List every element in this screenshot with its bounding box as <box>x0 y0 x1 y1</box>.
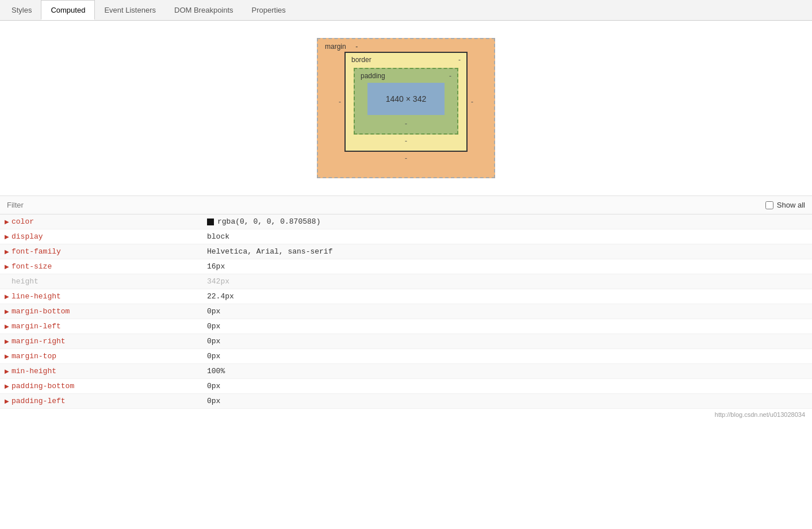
prop-arrow-font-family[interactable]: ▶ <box>2 248 12 255</box>
prop-row: ▶padding-left0px <box>0 394 812 409</box>
prop-row: height342px <box>0 274 812 289</box>
margin-box: margin - - border - padding - 1440 × 342… <box>317 38 495 178</box>
tab-event-listeners[interactable]: Event Listeners <box>95 1 165 21</box>
prop-value-min-height: 100% <box>207 367 225 375</box>
tab-bar: Styles Computed Event Listeners DOM Brea… <box>0 0 812 21</box>
prop-value-height: 342px <box>207 277 229 286</box>
margin-right-label: - <box>468 98 477 106</box>
prop-name-font-family: font-family <box>12 247 207 256</box>
properties-list: ▶colorrgba(0, 0, 0, 0.870588)▶displayblo… <box>0 214 812 409</box>
tab-dom-breakpoints[interactable]: DOM Breakpoints <box>165 1 243 21</box>
padding-bottom-label: - <box>363 120 449 128</box>
prop-row: ▶line-height22.4px <box>0 289 812 304</box>
prop-row: ▶margin-bottom0px <box>0 304 812 319</box>
prop-value-display: block <box>207 232 229 241</box>
prop-arrow-margin-bottom[interactable]: ▶ <box>2 308 12 315</box>
margin-sides: - border - padding - 1440 × 342 - - - <box>335 52 477 152</box>
prop-value-font-size: 16px <box>207 262 225 271</box>
prop-name-font-size: font-size <box>12 262 207 271</box>
prop-name-height: height <box>12 277 207 286</box>
prop-name-line-height: line-height <box>12 292 207 301</box>
prop-value-margin-right: 0px <box>207 337 220 346</box>
prop-name-min-height: min-height <box>12 367 207 375</box>
prop-arrow-min-height[interactable]: ▶ <box>2 368 12 374</box>
prop-arrow-display[interactable]: ▶ <box>2 233 12 240</box>
prop-arrow-margin-left[interactable]: ▶ <box>2 323 12 329</box>
prop-row: ▶font-size16px <box>0 259 812 274</box>
prop-name-display: display <box>12 232 207 241</box>
prop-arrow-margin-top[interactable]: ▶ <box>2 353 12 359</box>
prop-value-margin-bottom: 0px <box>207 307 220 316</box>
prop-row: ▶margin-right0px <box>0 334 812 349</box>
border-dash: - <box>458 56 461 64</box>
prop-value-padding-bottom: 0px <box>207 382 220 390</box>
filter-input[interactable] <box>7 201 765 209</box>
prop-arrow-padding-left[interactable]: ▶ <box>2 398 12 404</box>
prop-name-margin-right: margin-right <box>12 337 207 346</box>
prop-arrow-font-size[interactable]: ▶ <box>2 263 12 270</box>
prop-arrow-margin-right[interactable]: ▶ <box>2 338 12 344</box>
tab-styles[interactable]: Styles <box>2 1 41 21</box>
border-box: border - padding - 1440 × 342 - - <box>344 52 468 152</box>
prop-arrow-color[interactable]: ▶ <box>2 218 12 225</box>
prop-name-color: color <box>12 217 207 226</box>
padding-label: padding <box>361 72 385 80</box>
content-dimensions: 1440 × 342 <box>386 94 426 103</box>
show-all-label[interactable]: Show all <box>765 201 805 209</box>
prop-value-margin-left: 0px <box>207 322 220 331</box>
show-all-checkbox[interactable] <box>765 201 773 209</box>
color-swatch-color <box>207 218 214 225</box>
margin-left-label: - <box>335 98 344 106</box>
border-label: border <box>351 56 371 64</box>
prop-name-margin-bottom: margin-bottom <box>12 307 207 316</box>
show-all-text: Show all <box>777 201 805 209</box>
prop-row: ▶min-height100% <box>0 364 812 379</box>
border-bottom-label: - <box>354 137 458 145</box>
prop-row: ▶margin-left0px <box>0 319 812 334</box>
prop-row: ▶padding-bottom0px <box>0 379 812 394</box>
prop-row: ▶displayblock <box>0 229 812 244</box>
tab-properties[interactable]: Properties <box>243 1 295 21</box>
padding-dash: - <box>449 72 451 80</box>
prop-arrow-line-height[interactable]: ▶ <box>2 293 12 300</box>
prop-name-padding-left: padding-left <box>12 397 207 405</box>
prop-name-padding-bottom: padding-bottom <box>12 382 207 390</box>
prop-row: ▶margin-top0px <box>0 349 812 364</box>
content-box: 1440 × 342 <box>367 83 445 115</box>
margin-bottom-label: - <box>335 154 477 162</box>
tab-computed[interactable]: Computed <box>41 0 95 20</box>
prop-arrow-padding-bottom[interactable]: ▶ <box>2 383 12 389</box>
prop-value-color: rgba(0, 0, 0, 0.870588) <box>207 217 320 226</box>
padding-box: padding - 1440 × 342 - <box>354 68 458 135</box>
filter-bar: Show all <box>0 196 812 214</box>
prop-value-font-family: Helvetica, Arial, sans-serif <box>207 247 332 256</box>
prop-value-margin-top: 0px <box>207 352 220 361</box>
box-model-diagram: margin - - border - padding - 1440 × 342… <box>0 21 812 196</box>
prop-row: ▶font-familyHelvetica, Arial, sans-serif <box>0 244 812 259</box>
footer-url: http://blog.csdn.net/u013028034 <box>0 409 812 420</box>
margin-label: margin - <box>325 43 358 51</box>
prop-value-padding-left: 0px <box>207 397 220 405</box>
prop-name-margin-left: margin-left <box>12 322 207 331</box>
prop-row: ▶colorrgba(0, 0, 0, 0.870588) <box>0 214 812 229</box>
prop-value-line-height: 22.4px <box>207 292 234 301</box>
prop-name-margin-top: margin-top <box>12 352 207 361</box>
